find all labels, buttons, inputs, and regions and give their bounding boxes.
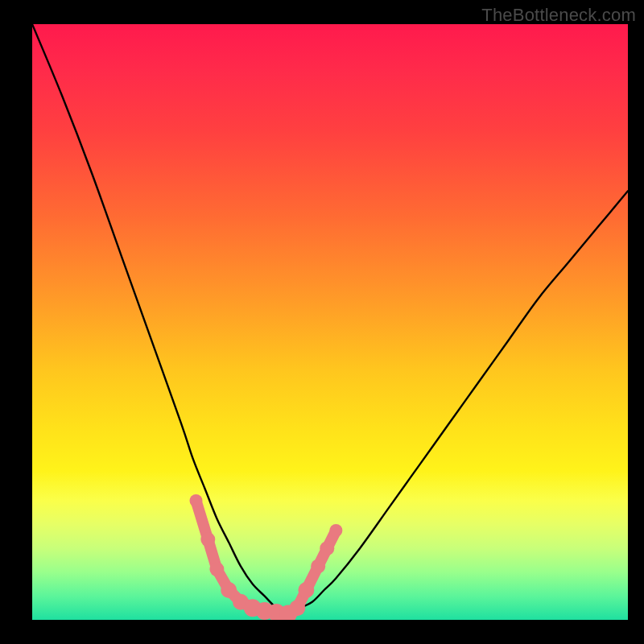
- watermark-text: TheBottleneck.com: [481, 5, 636, 26]
- right-dots-point: [329, 524, 342, 537]
- left-curve: [32, 24, 288, 614]
- left-dots-point: [209, 562, 224, 576]
- right-dots-point: [289, 600, 305, 616]
- curve-layer: [32, 24, 628, 614]
- right-dots-point: [311, 559, 325, 573]
- left-dots-point: [190, 494, 203, 507]
- dots-layer: [190, 494, 343, 620]
- left-dots-point: [200, 532, 215, 547]
- plot-area: [32, 24, 628, 620]
- chart-frame: TheBottleneck.com: [0, 0, 644, 644]
- right-dots-point: [298, 582, 314, 598]
- right-curve: [288, 191, 628, 613]
- chart-svg: [32, 24, 628, 620]
- right-dots-point: [320, 541, 334, 555]
- left-dots-point: [221, 582, 237, 598]
